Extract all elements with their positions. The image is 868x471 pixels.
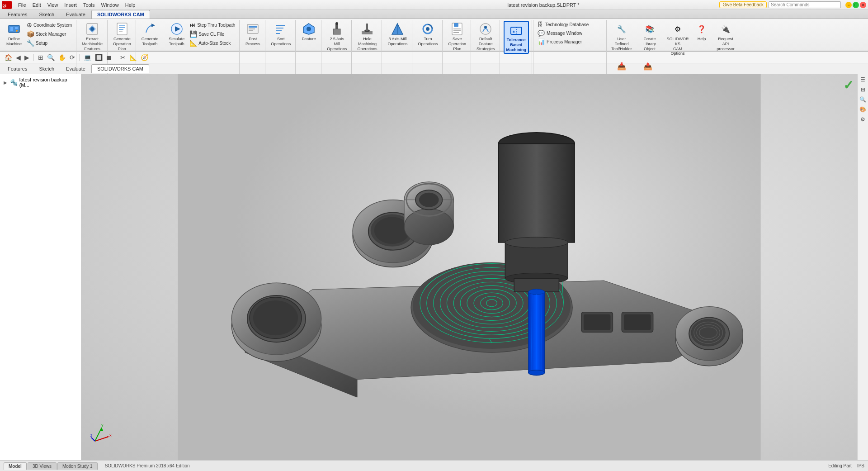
cmd-forward-icon[interactable]: ▶	[24, 53, 30, 62]
25-axis-button[interactable]: 2.5 AxisMillOperations	[325, 21, 349, 52]
gen-op-plan-label: GenerateOperationPlan	[113, 37, 131, 51]
technology-database-button[interactable]: 🗄 Technology Database	[536, 21, 603, 29]
svg-rect-38	[453, 30, 461, 31]
feature-tab-sketch[interactable]: Sketch	[33, 64, 60, 73]
tab-solidworks-cam[interactable]: SOLIDWORKS CAM	[91, 10, 150, 19]
default-feature-strategies-button[interactable]: DefaultFeatureStrategies	[475, 21, 497, 52]
model-tab[interactable]: Model	[4, 462, 27, 470]
edition-label: SOLIDWORKS Premium 2018 x64 Edition	[105, 463, 190, 468]
tree-root-item[interactable]: ▶ 🔩 latest revision backup (M...	[2, 76, 79, 89]
generate-toolpath-button[interactable]: GenerateToolpath	[140, 21, 160, 48]
create-library-object-button[interactable]: 📚 Create LibraryObject	[637, 21, 663, 57]
menu-edit[interactable]: Edit	[30, 1, 44, 9]
step-thru-toolpath-button[interactable]: ⏭ Step Thru Toolpath	[188, 21, 236, 29]
close-button[interactable]: ×	[860, 2, 866, 8]
motion-study-tab[interactable]: Motion Study 1	[57, 462, 98, 470]
cmd-display-icon[interactable]: 💻	[83, 53, 92, 62]
turn-operations-button[interactable]: TurnOperations	[416, 21, 439, 48]
sort-operations-button[interactable]: SortOperations	[269, 21, 292, 48]
svg-rect-17	[249, 26, 257, 28]
beta-feedback-button[interactable]: Give Beta Feedback	[719, 1, 767, 8]
save-cl-file-button[interactable]: 💾 Save CL File	[188, 30, 236, 38]
udth-label: User DefinedTool/Holder	[610, 37, 633, 51]
process-manager-button[interactable]: 📊 Process Manager	[536, 38, 603, 46]
search-commands-input[interactable]	[769, 1, 841, 8]
svg-point-101	[528, 370, 545, 376]
hole-machining-button[interactable]: HoleMachiningOperations	[355, 21, 379, 52]
extract-machinable-features-button[interactable]: ExtractMachinableFeatures	[80, 21, 104, 52]
cmd-dynamic-annotation-icon[interactable]: 📐	[128, 53, 138, 62]
right-view-icon-3[interactable]: 🔍	[859, 95, 868, 104]
maximize-button[interactable]: □	[853, 2, 859, 8]
setup-button[interactable]: 🔧 Setup	[25, 39, 73, 47]
auto-size-stock-button[interactable]: 📐 Auto-Size Stock	[188, 39, 236, 47]
edrawing-icon: 📤	[641, 59, 655, 73]
titlebar-right: Give Beta Feedback − □ ×	[719, 1, 866, 8]
coordinate-system-label: Coordinate System	[33, 23, 72, 28]
cmd-section-view-icon[interactable]: ✂	[119, 53, 127, 62]
3d-views-tab[interactable]: 3D Views	[28, 462, 57, 470]
tab-sketch[interactable]: Sketch	[33, 10, 60, 19]
3axis-button[interactable]: 3 Axis MillOperations	[386, 21, 409, 48]
menu-tools[interactable]: Tools	[80, 1, 98, 9]
help-label: Help	[698, 37, 706, 42]
solidworks-cam-options-button[interactable]: ⚙ SOLIDWORKSCAM Options	[665, 21, 691, 57]
menu-view[interactable]: View	[45, 1, 61, 9]
minimize-button[interactable]: −	[845, 2, 852, 8]
svg-line-108	[91, 438, 95, 441]
step-thru-label: Step Thru Toolpath	[197, 23, 235, 28]
cmd-home-icon[interactable]: 🏠	[4, 53, 13, 62]
help-button[interactable]: ❓ Help	[693, 21, 711, 57]
tech-db-icon: 🗄	[538, 21, 543, 28]
simulate-toolpath-button[interactable]: SimulateToolpath	[167, 21, 186, 48]
request-api-processor-button[interactable]: 🔌 Request APIprocessor	[712, 21, 739, 57]
coordinate-system-button[interactable]: ⊕ Coordinate System	[25, 21, 73, 29]
svg-point-93	[505, 237, 568, 248]
tech-db-label: Technology Database	[545, 22, 589, 27]
message-window-button[interactable]: 💬 Message Window	[536, 29, 603, 37]
tab-evaluate[interactable]: Evaluate	[60, 10, 91, 19]
right-view-icon-4[interactable]: 🎨	[859, 105, 868, 114]
window-title: latest revision backup.SLDPRT *	[368, 2, 720, 8]
svg-text:±: ±	[513, 29, 515, 33]
menu-insert[interactable]: Insert	[61, 1, 80, 9]
cmd-pan-icon[interactable]: ✋	[57, 53, 67, 62]
post-process-button[interactable]: PostProcess	[243, 21, 262, 48]
menu-file[interactable]: File	[15, 1, 29, 9]
right-view-icon-1[interactable]: ☰	[859, 75, 868, 84]
define-machine-button[interactable]: DefineMachine	[5, 21, 24, 48]
units-label: IPS	[857, 463, 864, 468]
cmd-shaded-icon[interactable]: ◼	[105, 53, 113, 62]
menu-help[interactable]: Help	[123, 1, 138, 9]
menu-window[interactable]: Window	[99, 1, 122, 9]
main-area: ▶ 🔩 latest revision backup (M...	[0, 74, 868, 460]
feature-tab-evaluate[interactable]: Evaluate	[60, 64, 91, 73]
tab-features[interactable]: Features	[2, 10, 33, 19]
right-view-icon-2[interactable]: ⊞	[859, 85, 868, 94]
25axis-label: 2.5 AxisMillOperations	[327, 37, 347, 51]
cmd-separator-2	[79, 54, 80, 61]
svg-rect-36	[454, 23, 458, 27]
svg-rect-9	[117, 23, 127, 35]
svg-rect-91	[498, 144, 575, 243]
feature-tab-features[interactable]: Features	[2, 64, 33, 73]
feature-button[interactable]: Feature	[299, 21, 318, 43]
viewport[interactable]: ✓ X Y Z	[81, 74, 857, 460]
feature-tab-solidworks-cam[interactable]: SOLIDWORKS CAM	[91, 64, 149, 73]
cmd-back-icon[interactable]: ◀	[15, 53, 22, 62]
cmd-zoom-in-icon[interactable]: 🔍	[46, 53, 56, 62]
svg-rect-68	[624, 314, 651, 330]
cmd-view-orientation-icon[interactable]: 🧭	[140, 53, 149, 62]
generate-operation-plan-button[interactable]: GenerateOperationPlan	[111, 21, 133, 52]
svg-rect-3	[9, 25, 19, 33]
cmd-zoom-fit-icon[interactable]: ⊞	[37, 53, 44, 62]
statusbar-tabs: Model 3D Views Motion Study 1	[4, 462, 98, 470]
user-defined-tool-holder-button[interactable]: 🔧 User DefinedTool/Holder	[609, 21, 635, 57]
stock-manager-button[interactable]: 📦 Stock Manager	[25, 30, 73, 38]
right-view-icon-5[interactable]: ⚙	[859, 115, 868, 124]
extract-label: ExtractMachinableFeatures	[82, 37, 103, 51]
tolerance-based-machining-button[interactable]: ± ToleranceBasedMachining	[504, 21, 529, 54]
save-operation-plan-button[interactable]: SaveOperationPlan	[446, 21, 468, 52]
cmd-hidden-lines-icon[interactable]: 🔲	[94, 53, 104, 62]
cmd-rotate-icon[interactable]: ⟳	[69, 53, 76, 62]
